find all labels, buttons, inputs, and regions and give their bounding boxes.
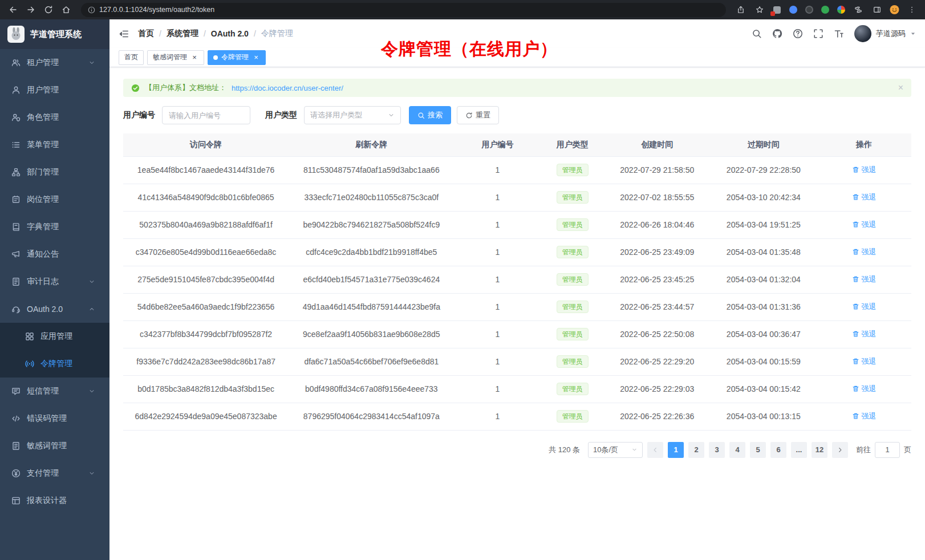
refresh-icon (465, 112, 473, 119)
page-button-3[interactable]: 3 (709, 442, 725, 458)
user-id-input[interactable] (162, 106, 250, 124)
sidebar-item-role[interactable]: 角色管理 (0, 104, 109, 131)
page-button-5[interactable]: 5 (750, 442, 766, 458)
view-tab-0[interactable]: 首页 (119, 50, 144, 65)
column-header: 过期时间 (711, 133, 817, 156)
search-button[interactable]: 搜索 (409, 106, 451, 124)
goto-page-input[interactable] (875, 442, 900, 458)
extension-icon-blue[interactable] (788, 5, 798, 15)
app-logo[interactable]: 芋道管理系统 (0, 19, 109, 49)
sidebar-item-oauth2[interactable]: OAuth 2.0 (0, 295, 109, 323)
force-logout-button[interactable]: 强退 (852, 192, 877, 202)
breadcrumb-separator: / (204, 29, 206, 38)
browser-back-button[interactable] (7, 3, 19, 16)
page-button-12[interactable]: 12 (812, 442, 827, 458)
tab-close-icon[interactable]: × (190, 54, 198, 62)
next-page-button[interactable] (832, 442, 848, 458)
help-icon[interactable] (793, 29, 803, 39)
prev-page-button[interactable] (647, 442, 663, 458)
extension-icon-green[interactable] (820, 5, 830, 15)
browser-reload-button[interactable] (42, 3, 55, 16)
extension-icon-multicolor[interactable] (836, 5, 846, 15)
sidebar-item-pay[interactable]: 支付管理 (0, 460, 109, 487)
sidebar-item-menu[interactable]: 菜单管理 (0, 131, 109, 159)
breadcrumb-item[interactable]: OAuth 2.0 (211, 29, 249, 38)
browser-forward-button[interactable] (25, 3, 37, 16)
sidebar-item-user[interactable]: 用户管理 (0, 76, 109, 104)
browser-profile-avatar[interactable] (890, 5, 899, 15)
sidebar-item-notice[interactable]: 通知公告 (0, 241, 109, 268)
breadcrumb-item[interactable]: 系统管理 (167, 29, 198, 39)
user-type-select[interactable]: 请选择用户类型 (304, 106, 401, 124)
breadcrumb-item[interactable]: 首页 (138, 29, 154, 39)
page-button-1[interactable]: 1 (668, 442, 684, 458)
sidebar-item-label: 角色管理 (27, 112, 59, 123)
reset-button[interactable]: 重置 (457, 106, 499, 124)
refresh-token-cell: 49d1aa46d1454fbd87591444423be9fa (289, 293, 454, 320)
page-button-6[interactable]: 6 (770, 442, 786, 458)
force-logout-button[interactable]: 强退 (852, 411, 877, 421)
force-logout-label: 强退 (862, 356, 877, 367)
search-icon[interactable] (752, 29, 762, 39)
sidebar-collapse-icon[interactable] (119, 29, 129, 39)
force-logout-button[interactable]: 强退 (852, 384, 877, 394)
sidebar-item-report[interactable]: 报表设计器 (0, 487, 109, 514)
extension-icon-dark[interactable] (804, 5, 814, 15)
page-jump: 前往 页 (856, 442, 911, 458)
create-time-cell: 2022-06-26 18:04:46 (604, 211, 711, 238)
page-button-4[interactable]: 4 (729, 442, 745, 458)
page-button-2[interactable]: 2 (688, 442, 704, 458)
browser-address-bar[interactable]: 127.0.0.1:1024/system/oauth2/token (81, 3, 726, 17)
chevron-down-icon (88, 59, 95, 66)
pay-icon (11, 469, 21, 478)
user-type-cell: 管理员 (541, 403, 604, 430)
view-tab-2[interactable]: 令牌管理× (208, 50, 266, 65)
sidebar-item-dept[interactable]: 部门管理 (0, 159, 109, 186)
oauth-icon (11, 305, 21, 314)
page-size-select[interactable]: 10条/页 (588, 442, 643, 458)
fullscreen-icon[interactable] (813, 29, 823, 39)
force-logout-button[interactable]: 强退 (852, 356, 877, 367)
user-type-tag: 管理员 (557, 301, 589, 313)
sidebar-item-dict[interactable]: 字典管理 (0, 213, 109, 241)
sidebar-item-error-code[interactable]: 错误码管理 (0, 405, 109, 432)
force-logout-label: 强退 (862, 220, 877, 230)
force-logout-button[interactable]: 强退 (852, 247, 877, 257)
force-logout-button[interactable]: 强退 (852, 302, 877, 312)
create-time-cell: 2022-06-25 22:29:03 (604, 375, 711, 403)
table-row: f9336e7c7dd242a283ee98dc86b17a87dfa6c71a… (123, 348, 911, 375)
force-logout-label: 强退 (862, 411, 877, 421)
browser-home-button[interactable] (60, 3, 72, 16)
sidebar-item-sensitive-word[interactable]: 敏感词管理 (0, 432, 109, 460)
side-panel-icon[interactable] (871, 3, 883, 16)
tab-close-icon[interactable]: × (252, 54, 260, 62)
sidebar-item-tenant[interactable]: 租户管理 (0, 49, 109, 76)
sidebar-item-token-mgmt[interactable]: 令牌管理 (0, 350, 109, 378)
sidebar-item-app-mgmt[interactable]: 应用管理 (0, 323, 109, 350)
create-time-cell: 2022-07-02 18:55:55 (604, 184, 711, 211)
user-avatar (854, 25, 871, 42)
alert-close-icon[interactable]: × (898, 83, 903, 92)
sidebar-item-post[interactable]: 岗位管理 (0, 186, 109, 213)
sidebar-item-sms[interactable]: 短信管理 (0, 378, 109, 405)
user-menu[interactable]: 芋道源码 (854, 25, 916, 42)
font-size-icon[interactable] (834, 29, 844, 39)
github-icon[interactable] (772, 29, 782, 39)
extension-icon-blocker[interactable] (772, 5, 782, 15)
force-logout-button[interactable]: 强退 (852, 165, 877, 175)
table-row: 1ea5e44f8bc1467aaede43144f31de76811c5304… (123, 156, 911, 184)
bookmark-star-icon[interactable] (753, 3, 766, 16)
force-logout-button[interactable]: 强退 (852, 329, 877, 339)
doc-link[interactable]: https://doc.iocoder.cn/user-center/ (232, 84, 343, 92)
share-icon[interactable] (735, 3, 747, 16)
page-ellipsis-button[interactable]: ... (791, 442, 807, 458)
sidebar-item-label: 岗位管理 (27, 194, 59, 205)
browser-menu-icon[interactable] (906, 3, 918, 16)
force-logout-button[interactable]: 强退 (852, 220, 877, 230)
extensions-puzzle-icon[interactable] (852, 3, 865, 16)
sidebar-item-audit-log[interactable]: 审计日志 (0, 268, 109, 295)
site-info-icon[interactable] (88, 6, 95, 14)
force-logout-button[interactable]: 强退 (852, 274, 877, 285)
action-cell: 强退 (817, 348, 911, 375)
view-tab-1[interactable]: 敏感词管理× (147, 50, 204, 65)
